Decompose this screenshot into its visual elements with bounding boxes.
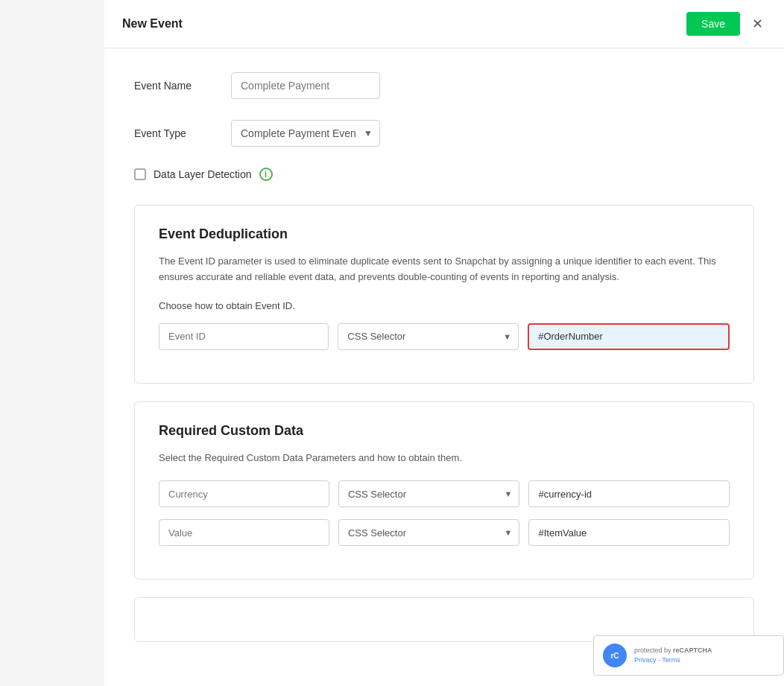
currency-row: CSS Selector ▼ — [159, 480, 730, 507]
event-id-input[interactable] — [159, 323, 329, 350]
data-layer-label: Data Layer Detection — [154, 168, 252, 180]
recaptcha-terms[interactable]: Terms — [662, 656, 680, 664]
value-row: CSS Selector ▼ — [159, 519, 730, 546]
close-button[interactable]: ✕ — [749, 14, 766, 34]
modal-header: New Event Save ✕ — [104, 0, 784, 48]
currency-selector-wrapper: CSS Selector ▼ — [338, 480, 520, 507]
required-custom-data-section: Required Custom Data Select the Required… — [134, 401, 754, 580]
modal-title: New Event — [122, 17, 183, 31]
event-type-select[interactable]: Complete Payment Event — [231, 120, 380, 147]
data-layer-row: Data Layer Detection i — [134, 168, 754, 181]
event-type-select-wrapper: Complete Payment Event ▼ — [231, 120, 380, 147]
required-custom-data-desc: Select the Required Custom Data Paramete… — [159, 451, 730, 466]
event-id-row: CSS Selector ▼ — [159, 323, 730, 350]
data-layer-info-icon[interactable]: i — [259, 168, 273, 181]
value-field-input[interactable] — [159, 519, 329, 546]
event-name-input[interactable] — [231, 72, 380, 99]
event-name-label: Event Name — [134, 80, 231, 92]
value-selector-wrapper: CSS Selector ▼ — [338, 519, 520, 546]
event-id-value-input[interactable] — [528, 323, 730, 350]
recaptcha-badge: rC protected by reCAPTCHA Privacy - Term… — [593, 635, 784, 676]
deduplication-section: Event Deduplication The Event ID paramet… — [134, 205, 754, 384]
currency-selector[interactable]: CSS Selector — [338, 480, 520, 507]
event-id-selector-wrapper: CSS Selector ▼ — [338, 323, 519, 350]
event-type-label: Event Type — [134, 127, 231, 139]
event-type-row: Event Type Complete Payment Event ▼ — [134, 120, 754, 147]
save-button[interactable]: Save — [686, 12, 740, 36]
currency-value-input[interactable] — [528, 480, 730, 507]
data-layer-checkbox[interactable] — [134, 168, 146, 180]
sidebar — [0, 0, 104, 686]
deduplication-title: Event Deduplication — [159, 226, 730, 242]
recaptcha-text: protected by reCAPTCHA Privacy - Terms — [634, 646, 712, 664]
recaptcha-logo: rC — [603, 644, 627, 667]
deduplication-sublabel: Choose how to obtain Event ID. — [159, 300, 730, 311]
modal-actions: Save ✕ — [686, 12, 766, 36]
currency-field-input[interactable] — [159, 480, 329, 507]
modal-body: Event Name Event Type Complete Payment E… — [104, 48, 784, 684]
deduplication-desc: The Event ID parameter is used to elimin… — [159, 254, 730, 285]
event-name-row: Event Name — [134, 72, 754, 99]
event-id-selector[interactable]: CSS Selector — [338, 323, 519, 350]
value-value-input[interactable] — [528, 519, 730, 546]
value-selector[interactable]: CSS Selector — [338, 519, 520, 546]
recaptcha-privacy[interactable]: Privacy — [634, 656, 657, 664]
new-event-modal: New Event Save ✕ Event Name Event Type C… — [104, 0, 784, 686]
required-custom-data-title: Required Custom Data — [159, 423, 730, 439]
